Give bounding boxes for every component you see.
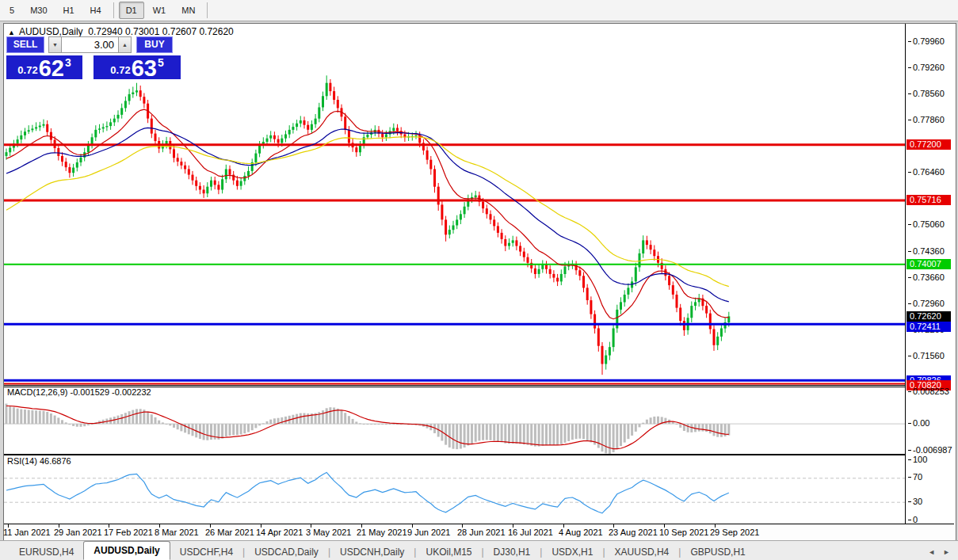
chart-tab-usdcad[interactable]: USDCAD,Daily [245, 544, 328, 560]
rsi-indicator-label: RSI(14) 46.6876 [7, 456, 71, 466]
time-axis-label: 11 Jan 2021 [3, 528, 51, 537]
time-axis-label: 29 Jan 2021 [54, 528, 102, 537]
level-price-label: 0.75716 [906, 195, 951, 205]
macd-indicator-label: MACD(12,26,9) -0.001529 -0.002232 [7, 387, 151, 397]
mt4-terminal: 5M30H1H4D1W1MN ▲AUDUSD,Daily 0.72940 0.7… [0, 0, 958, 560]
scroll-tabs-left-icon[interactable]: ◄ [928, 548, 935, 556]
collapse-quote-icon[interactable]: ▲ [8, 29, 15, 36]
volume-increase-button[interactable]: ▲ [118, 36, 132, 53]
chart-ohlc-values: 0.72940 0.73001 0.72607 0.72620 [88, 26, 234, 37]
rsi-axis-label: 30 [907, 497, 922, 507]
macd-axis-label: 0.00 [907, 418, 929, 429]
chart-tab-dj30[interactable]: DJ30,H1 [484, 544, 540, 560]
time-axis-label: 26 Mar 2021 [205, 528, 254, 537]
volume-input[interactable]: 3.00 [62, 36, 118, 53]
timeframe-button-h4[interactable]: H4 [83, 2, 109, 19]
price-axis-tick: 0.75060 [907, 219, 945, 230]
chart-symbol-period: AUDUSD,Daily [19, 26, 83, 37]
timeframe-button-mn[interactable]: MN [174, 2, 202, 19]
sell-price-pip-digit: 3 [65, 56, 71, 69]
price-axis-tick: 0.73660 [907, 272, 945, 283]
buy-price-big-digits: 63 [132, 58, 157, 78]
moving-average-line-2 [6, 128, 729, 301]
level-price-label: 0.77200 [906, 139, 951, 150]
buy-price-pip-digit: 5 [158, 56, 164, 69]
price-axis-tick: 0.74360 [907, 246, 945, 257]
moving-average-line-1 [6, 109, 729, 319]
time-axis[interactable]: 11 Jan 202129 Jan 202117 Feb 20218 Mar 2… [4, 524, 954, 540]
price-axis[interactable]: 0.799600.792600.785600.778600.764600.750… [905, 24, 955, 524]
macd-axis-label: 0.008253 [907, 387, 949, 397]
chart-tab-usdcnh[interactable]: USDCNH,Daily [330, 544, 414, 560]
timeframe-button-d1[interactable]: D1 [119, 2, 144, 19]
chart-tab-audusd[interactable]: AUDUSD,Daily [83, 541, 170, 560]
one-click-trading-panel: SELL ▼ 3.00 ▲ BUY 0.72 62 3 0.72 63 5 [6, 36, 185, 79]
timeframe-toolbar: 5M30H1H4D1W1MN [0, 0, 958, 21]
tab-scroll-buttons: ◄► [928, 544, 950, 560]
buy-price-prefix: 0.72 [110, 64, 130, 76]
rsi-indicator-canvas[interactable] [4, 455, 905, 524]
timeframe-button-5[interactable]: 5 [2, 2, 21, 19]
time-axis-label: 16 Jul 2021 [508, 528, 553, 537]
chart-tab-eurusd[interactable]: EURUSD,H4 [10, 544, 83, 560]
time-axis-label: 4 Aug 2021 [559, 528, 603, 537]
chart-tab-ukoil[interactable]: UKOil,M15 [416, 544, 481, 560]
chart-tab-usdx[interactable]: USDX,H1 [542, 544, 602, 560]
price-axis-tick: 0.77860 [907, 115, 945, 125]
chart-window: ▲AUDUSD,Daily 0.72940 0.73001 0.72607 0.… [3, 23, 956, 542]
price-axis-tick: 0.76460 [907, 167, 945, 177]
level-price-label: 0.72411 [906, 322, 951, 332]
buy-price-quote[interactable]: 0.72 63 5 [94, 55, 181, 79]
bid-price-label: 0.72620 [906, 311, 951, 322]
sell-button[interactable]: SELL [6, 36, 44, 53]
time-axis-label: 28 Jun 2021 [457, 528, 506, 537]
rsi-axis-label: 100 [907, 455, 927, 465]
timeframe-button-h1[interactable]: H1 [56, 2, 82, 19]
time-axis-label: 10 Sep 2021 [659, 528, 708, 537]
sell-price-prefix: 0.72 [17, 64, 37, 76]
toolbar-separator [113, 2, 114, 18]
time-axis-label: 14 Apr 2021 [256, 528, 303, 537]
rsi-axis-label: 70 [907, 472, 922, 482]
sell-price-big-digits: 62 [39, 58, 64, 78]
timeframe-button-m30[interactable]: M30 [23, 2, 54, 19]
timeframe-button-w1[interactable]: W1 [146, 2, 174, 19]
time-axis-label: 17 Feb 2021 [104, 528, 153, 537]
time-axis-label: 29 Sep 2021 [710, 528, 759, 537]
toolbar-separator [207, 2, 208, 18]
level-price-label: 0.74007 [906, 259, 951, 269]
volume-decrease-button[interactable]: ▼ [48, 36, 62, 53]
chart-tab-bar: EURUSD,H4AUDUSD,DailyUSDCHF,H4|USDCAD,Da… [0, 540, 958, 560]
time-axis-label: 8 Mar 2021 [155, 528, 199, 537]
time-axis-label: 23 Aug 2021 [609, 528, 658, 537]
chart-tab-gbpusd[interactable]: GBPUSD,H1 [681, 544, 754, 560]
sell-price-quote[interactable]: 0.72 62 3 [6, 55, 82, 79]
price-axis-tick: 0.71560 [907, 351, 945, 361]
price-axis-tick: 0.79260 [907, 63, 945, 73]
price-axis-tick: 0.79960 [907, 36, 945, 47]
chart-tab-usdchf[interactable]: USDCHF,H4 [170, 544, 242, 560]
time-axis-label: 21 May 2021 [357, 528, 407, 537]
buy-button[interactable]: BUY [136, 36, 173, 53]
time-axis-label: 9 Jun 2021 [407, 528, 450, 537]
price-axis-tick: 0.72960 [907, 299, 945, 309]
macd-histogram [6, 404, 731, 454]
horizontal-level-lines [4, 145, 905, 384]
scroll-tabs-right-icon[interactable]: ► [943, 548, 950, 556]
chart-tab-xauusd[interactable]: XAUUSD,H4 [605, 544, 679, 560]
time-axis-label: 3 May 2021 [306, 528, 351, 537]
chart-title: ▲AUDUSD,Daily 0.72940 0.73001 0.72607 0.… [8, 26, 234, 37]
price-axis-tick: 0.78560 [907, 89, 945, 99]
candlesticks [6, 75, 731, 375]
